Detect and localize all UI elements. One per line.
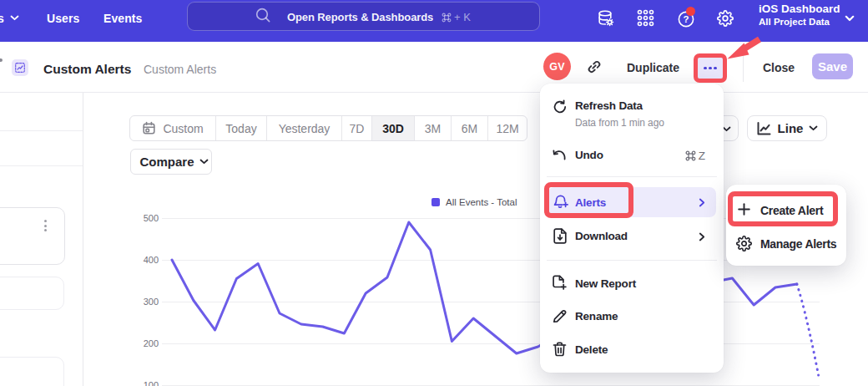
svg-text:?: ? [683,14,689,24]
